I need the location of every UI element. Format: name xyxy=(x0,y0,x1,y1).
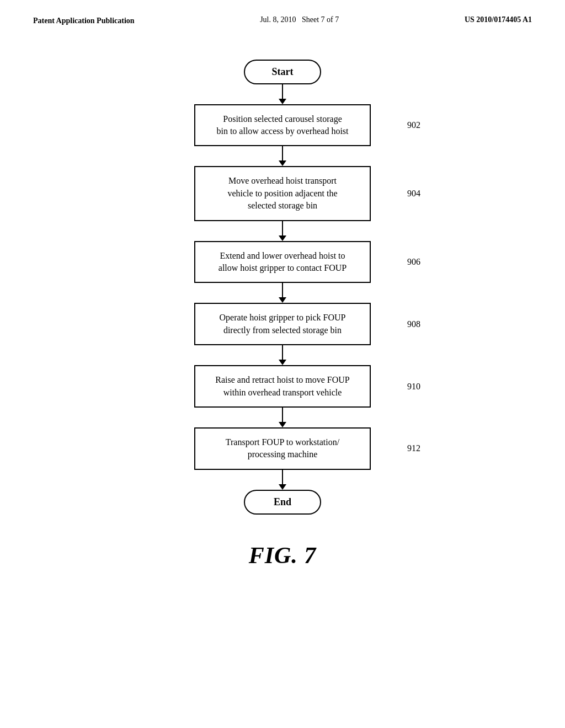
figure-label: FIG. 7 xyxy=(0,542,565,569)
step-908-label: 908 xyxy=(407,319,420,329)
arrow-3 xyxy=(279,221,286,241)
step-908-row: Operate hoist gripper to pick FOUPdirect… xyxy=(194,303,371,345)
step-904-label: 904 xyxy=(407,189,420,199)
step-908-box: Operate hoist gripper to pick FOUPdirect… xyxy=(194,303,371,345)
step-910-row: Raise and retract hoist to move FOUPwith… xyxy=(194,365,371,408)
step-902-label: 902 xyxy=(407,120,420,130)
arrow-7 xyxy=(279,470,286,490)
step-906-box: Extend and lower overhead hoist toallow … xyxy=(194,241,371,283)
step-902-row: Position selected carousel storagebin to… xyxy=(194,104,371,147)
arrow-5 xyxy=(279,345,286,365)
patent-number: US 2010/0174405 A1 xyxy=(465,15,532,24)
flowchart: Start Position selected carousel storage… xyxy=(0,60,565,515)
step-912-row: Transport FOUP to workstation/processing… xyxy=(194,427,371,470)
step-902-box: Position selected carousel storagebin to… xyxy=(194,104,371,147)
end-node: End xyxy=(244,490,321,515)
step-910-box: Raise and retract hoist to move FOUPwith… xyxy=(194,365,371,408)
step-906-label: 906 xyxy=(407,257,420,267)
arrow-1 xyxy=(279,84,286,104)
publication-title: Patent Application Publication xyxy=(33,15,135,26)
step-906-row: Extend and lower overhead hoist toallow … xyxy=(194,241,371,283)
page-header: Patent Application Publication Jul. 8, 2… xyxy=(0,0,565,26)
step-904-row: Move overhead hoist transportvehicle to … xyxy=(194,166,371,221)
start-node: Start xyxy=(244,60,321,84)
step-904-box: Move overhead hoist transportvehicle to … xyxy=(194,166,371,221)
arrow-2 xyxy=(279,146,286,166)
arrow-4 xyxy=(279,283,286,303)
step-912-label: 912 xyxy=(407,443,420,453)
step-912-box: Transport FOUP to workstation/processing… xyxy=(194,427,371,470)
arrow-6 xyxy=(279,408,286,427)
publication-date: Jul. 8, 2010 Sheet 7 of 7 xyxy=(260,15,339,24)
step-910-label: 910 xyxy=(407,382,420,392)
